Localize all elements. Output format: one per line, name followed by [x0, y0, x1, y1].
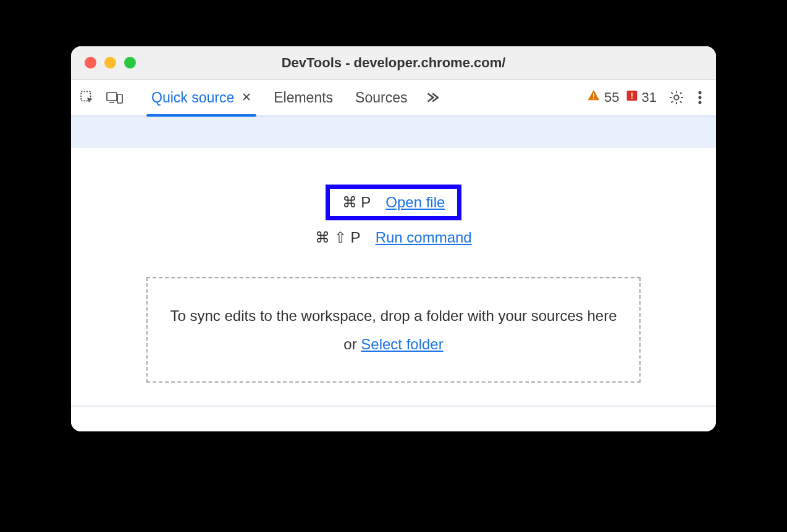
window-title: DevTools - developer.chrome.com/ [282, 55, 506, 71]
footer-space [71, 407, 716, 431]
select-folder-link[interactable]: Select folder [361, 336, 443, 352]
close-tab-icon[interactable] [242, 91, 251, 105]
maximize-window-button[interactable] [124, 57, 136, 69]
settings-icon[interactable] [668, 89, 685, 106]
run-command-shortcut: ⌘ ⇧ P Run command [315, 229, 471, 246]
workspace-dropzone[interactable]: To sync edits to the workspace, drop a f… [146, 277, 641, 383]
svg-rect-9 [631, 93, 633, 97]
toolbar-left [78, 89, 123, 106]
errors-count: 31 [642, 89, 657, 106]
shortcuts-list: ⌘ P Open file ⌘ ⇧ P Run command [83, 185, 704, 246]
svg-rect-7 [593, 98, 594, 99]
close-window-button[interactable] [85, 57, 96, 69]
inspect-element-icon[interactable] [78, 89, 96, 106]
error-icon [626, 89, 638, 106]
tab-label: Sources [355, 89, 407, 106]
tab-elements[interactable]: Elements [263, 80, 344, 115]
tab-quick-source[interactable]: Quick source [140, 80, 263, 115]
svg-rect-6 [593, 93, 594, 97]
titlebar: DevTools - developer.chrome.com/ [71, 46, 716, 80]
svg-rect-10 [631, 98, 633, 99]
svg-rect-1 [107, 93, 117, 101]
svg-point-12 [699, 91, 702, 94]
traffic-lights [85, 57, 136, 69]
svg-point-13 [699, 96, 702, 99]
warnings-count: 55 [604, 89, 619, 106]
tabs: Quick source Elements Sources [140, 80, 444, 115]
svg-rect-3 [117, 94, 122, 103]
run-command-link[interactable]: Run command [376, 229, 472, 246]
toolbar-right: 55 31 [587, 89, 709, 106]
open-file-kbd: ⌘ P [342, 194, 371, 211]
more-tabs-button[interactable] [418, 80, 444, 115]
open-file-link[interactable]: Open file [385, 194, 445, 211]
warnings-indicator[interactable]: 55 [587, 89, 619, 106]
warning-icon [587, 89, 600, 106]
run-command-kbd: ⌘ ⇧ P [315, 229, 360, 246]
minimize-window-button[interactable] [104, 57, 116, 69]
devtools-window: DevTools - developer.chrome.com/ Quick s… [71, 46, 716, 431]
content-area: ⌘ P Open file ⌘ ⇧ P Run command To sync … [71, 148, 716, 407]
tab-label: Quick source [151, 89, 234, 106]
open-file-shortcut: ⌘ P Open file [326, 185, 462, 220]
errors-indicator[interactable]: 31 [626, 89, 657, 106]
svg-point-11 [674, 95, 679, 100]
more-options-icon[interactable] [691, 89, 709, 106]
svg-point-14 [699, 101, 702, 104]
device-toolbar-icon[interactable] [106, 89, 123, 106]
toolbar: Quick source Elements Sources [71, 80, 716, 117]
tab-label: Elements [274, 89, 333, 106]
sub-toolbar [71, 117, 716, 148]
tab-sources[interactable]: Sources [344, 80, 418, 115]
